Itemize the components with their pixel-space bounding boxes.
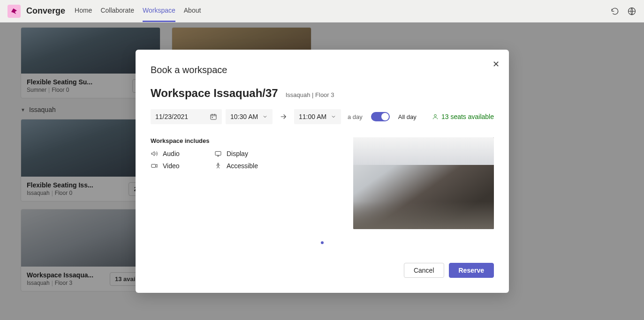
nav-about[interactable]: About [184, 0, 201, 22]
nav-home[interactable]: Home [75, 0, 92, 22]
image-pagination [151, 238, 494, 246]
svg-rect-5 [152, 164, 156, 168]
main-nav: Home Collaborate Workspace About [75, 0, 201, 22]
all-day-label: All day [398, 113, 417, 120]
globe-icon[interactable] [627, 7, 636, 16]
chevron-down-icon [262, 114, 268, 119]
bird-icon [10, 7, 18, 15]
pagination-dot[interactable] [321, 241, 324, 244]
video-icon [151, 162, 158, 170]
toggle-knob [381, 113, 389, 120]
feature-display: Display [214, 150, 271, 157]
nav-workspace[interactable]: Workspace [143, 0, 175, 22]
modal-title: Book a workspace [151, 65, 494, 75]
end-time-value: 11:00 AM [299, 113, 326, 120]
close-icon[interactable]: ✕ [492, 59, 500, 69]
a-day-label: a day [348, 113, 363, 120]
app-logo [8, 5, 21, 18]
person-icon [432, 113, 439, 120]
workspace-location: Issaquah | Floor 3 [286, 91, 334, 98]
accessible-icon [214, 162, 222, 170]
all-day-toggle[interactable] [371, 112, 390, 121]
nav-collaborate[interactable]: Collaborate [100, 0, 134, 22]
brand-name: Converge [26, 6, 65, 16]
feature-accessible: Accessible [214, 162, 271, 170]
date-picker[interactable]: 11/23/2021 [151, 109, 222, 124]
display-icon [214, 150, 222, 157]
start-time-value: 10:30 AM [230, 113, 258, 120]
arrow-right-icon [279, 112, 288, 121]
svg-point-3 [434, 114, 437, 117]
reserve-button[interactable]: Reserve [449, 263, 494, 278]
chevron-down-icon [331, 114, 336, 119]
book-workspace-modal: ✕ Book a workspace Workspace Issaquah/37… [136, 50, 509, 293]
svg-rect-4 [215, 151, 221, 155]
app-header: Converge Home Collaborate Workspace Abou… [0, 0, 644, 22]
workspace-name: Workspace Issaquah/37 [151, 87, 278, 100]
date-value: 11/23/2021 [155, 113, 188, 120]
calendar-icon [210, 113, 217, 120]
feature-video: Video [151, 162, 207, 170]
feature-audio: Audio [151, 150, 207, 157]
includes-title: Workspace includes [151, 137, 271, 144]
svg-point-6 [218, 163, 219, 164]
audio-icon [151, 150, 158, 157]
cancel-button[interactable]: Cancel [404, 263, 444, 278]
workspace-image [353, 137, 494, 229]
svg-rect-2 [212, 117, 213, 118]
seats-available: 13 seats available [432, 113, 494, 120]
svg-rect-1 [211, 114, 216, 119]
refresh-icon[interactable] [610, 7, 620, 16]
start-time-picker[interactable]: 10:30 AM [226, 109, 273, 124]
end-time-picker[interactable]: 11:00 AM [294, 109, 341, 124]
